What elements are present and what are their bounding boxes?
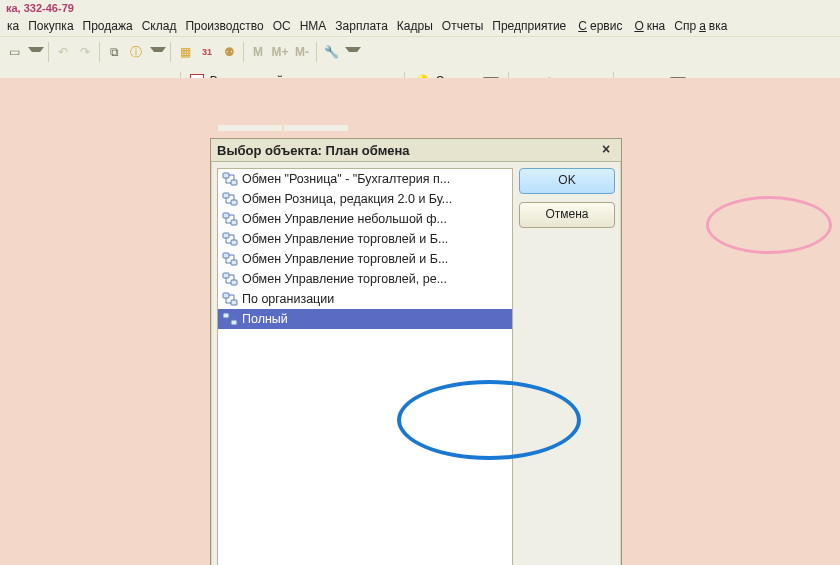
exchange-node-icon [222, 191, 238, 207]
calendar-icon[interactable]: 31 [197, 42, 217, 62]
table-icon[interactable]: ▦ [175, 42, 195, 62]
copy-icon[interactable]: ⧉ [104, 42, 124, 62]
users-icon[interactable]: ⚉ [219, 42, 239, 62]
menu-item[interactable]: Зарплата [332, 18, 391, 34]
new-icon[interactable]: ▭ [4, 42, 24, 62]
list-item[interactable]: Полный [218, 309, 512, 329]
svg-rect-9 [231, 260, 237, 265]
list-item-label: Обмен Управление торговлей и Б... [242, 252, 448, 266]
select-object-dialog: Выбор объекта: План обмена × Обмен "Розн… [210, 138, 622, 565]
toolbar-main: ▭ ↶ ↷ ⧉ ⓘ ▦ 31 ⚉ M M+ M- 🔧 [0, 36, 840, 67]
menu-item[interactable]: Покупка [25, 18, 76, 34]
svg-rect-7 [231, 240, 237, 245]
list-item[interactable]: Обмен Управление торговлей и Б... [218, 229, 512, 249]
ok-button[interactable]: OK [519, 168, 615, 194]
list-item-label: Обмен Розница, редакция 2.0 и Бу... [242, 192, 452, 206]
undo-icon[interactable]: ↶ [53, 42, 73, 62]
window-title-fragment: ка, 332-46-79 [0, 0, 840, 16]
menu-item[interactable]: Склад [139, 18, 180, 34]
exchange-node-icon [222, 291, 238, 307]
m-plus-button[interactable]: M+ [270, 42, 290, 62]
info-icon[interactable]: ⓘ [126, 42, 146, 62]
svg-rect-8 [223, 253, 229, 258]
exchange-node-icon [222, 171, 238, 187]
menu-item[interactable]: Продажа [80, 18, 136, 34]
workspace: Выбор объекта: План обмена × Обмен "Розн… [0, 78, 840, 565]
svg-rect-5 [231, 220, 237, 225]
exchange-node-icon [222, 231, 238, 247]
annotation-circle-ok [706, 196, 832, 254]
exchange-node-icon [222, 311, 238, 327]
dropdown-icon[interactable] [150, 47, 166, 58]
dropdown-icon[interactable] [28, 47, 44, 58]
wrench-icon[interactable]: 🔧 [321, 42, 341, 62]
menu-item[interactable]: ОС [270, 18, 294, 34]
m-minus-button[interactable]: M- [292, 42, 312, 62]
exchange-node-icon [222, 211, 238, 227]
svg-rect-11 [231, 280, 237, 285]
list-item-label: Обмен Управление торговлей и Б... [242, 232, 448, 246]
list-item-label: Обмен "Розница" - "Бухгалтерия п... [242, 172, 450, 186]
list-item[interactable]: Обмен Управление небольшой ф... [218, 209, 512, 229]
menu-item[interactable]: НМА [297, 18, 330, 34]
svg-rect-10 [223, 273, 229, 278]
svg-rect-0 [223, 173, 229, 178]
svg-rect-4 [223, 213, 229, 218]
menu-item[interactable]: Производство [182, 18, 266, 34]
list-item[interactable]: Обмен "Розница" - "Бухгалтерия п... [218, 169, 512, 189]
svg-rect-14 [223, 313, 229, 318]
list-item-label: Обмен Управление торговлей, ре... [242, 272, 447, 286]
object-list[interactable]: Обмен "Розница" - "Бухгалтерия п...Обмен… [217, 168, 513, 565]
menu-item[interactable]: Предприятие [489, 18, 569, 34]
list-item[interactable]: Обмен Управление торговлей, ре... [218, 269, 512, 289]
list-item[interactable]: По организации [218, 289, 512, 309]
list-item[interactable]: Обмен Розница, редакция 2.0 и Бу... [218, 189, 512, 209]
dialog-title: Выбор объекта: План обмена [217, 143, 410, 158]
svg-rect-2 [223, 193, 229, 198]
list-item[interactable]: Обмен Управление торговлей и Б... [218, 249, 512, 269]
menu-item[interactable]: Кадры [394, 18, 436, 34]
exchange-node-icon [222, 271, 238, 287]
svg-rect-1 [231, 180, 237, 185]
menu-item[interactable]: Отчеты [439, 18, 486, 34]
menu-item[interactable]: Окна [628, 18, 668, 34]
redo-icon[interactable]: ↷ [75, 42, 95, 62]
menu-item[interactable]: Справка [671, 18, 730, 34]
cancel-button[interactable]: Отмена [519, 202, 615, 228]
list-item-label: По организации [242, 292, 334, 306]
dropdown-icon[interactable] [345, 47, 361, 58]
svg-rect-6 [223, 233, 229, 238]
svg-rect-15 [231, 320, 237, 325]
dialog-titlebar: Выбор объекта: План обмена × [211, 139, 621, 162]
svg-rect-3 [231, 200, 237, 205]
close-icon[interactable]: × [597, 142, 615, 158]
exchange-node-icon [222, 251, 238, 267]
svg-rect-13 [231, 300, 237, 305]
menu-item[interactable]: ка [4, 18, 22, 34]
menu-item[interactable]: Сервис [572, 18, 625, 34]
list-item-label: Полный [242, 312, 288, 326]
svg-rect-12 [223, 293, 229, 298]
m-button[interactable]: M [248, 42, 268, 62]
list-item-label: Обмен Управление небольшой ф... [242, 212, 447, 226]
menubar: каПокупкаПродажаСкладПроизводствоОСНМАЗа… [0, 16, 840, 36]
